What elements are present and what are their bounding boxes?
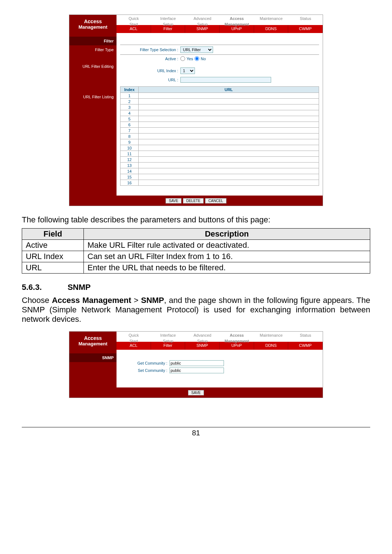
- get-community-input[interactable]: [170, 360, 224, 366]
- table-row: 14: [121, 168, 319, 174]
- sub-nav-item[interactable]: UPnP: [220, 25, 254, 33]
- field-header: Field: [22, 229, 84, 240]
- top-nav-item[interactable]: InterfaceSetup: [151, 332, 185, 342]
- sub-nav-item[interactable]: CWMP: [288, 25, 323, 33]
- page-number: 81: [22, 427, 370, 437]
- bottom-bar-2: SAVE: [69, 387, 323, 398]
- table-row: 3: [121, 104, 319, 110]
- url-filter-listing-label: URL Filter Listing: [69, 93, 117, 101]
- sub-nav-item[interactable]: CWMP: [288, 342, 323, 350]
- top-nav-item[interactable]: InterfaceSetup: [151, 15, 185, 25]
- intro-text: The following table describes the parame…: [22, 215, 370, 225]
- cancel-button[interactable]: CANCEL: [205, 198, 226, 204]
- left-column: Filter Filter Type URL Filter Editing UR…: [69, 37, 117, 196]
- top-nav-item[interactable]: AdvancedSetup: [185, 332, 220, 342]
- sub-nav-item[interactable]: ACL: [117, 342, 151, 350]
- set-community-label: Set Community :: [131, 368, 167, 373]
- sidebar-title-2: Access Management: [69, 332, 117, 350]
- filter-type-label: Filter Type: [69, 45, 117, 54]
- sidebar-title-line1: Access: [71, 19, 115, 24]
- top-nav-item[interactable]: Maintenance: [254, 332, 289, 342]
- top-nav-2: QuickStartInterfaceSetupAdvancedSetupAcc…: [117, 332, 323, 342]
- top-nav-item[interactable]: Status: [288, 332, 323, 342]
- sub-nav-item[interactable]: DDNS: [254, 25, 289, 33]
- table-row: ActiveMake URL Filter rule activated or …: [22, 240, 370, 251]
- sub-nav-item[interactable]: ACL: [117, 25, 151, 33]
- section-heading: 5.6.3. SNMP: [22, 283, 370, 292]
- top-nav-item[interactable]: QuickStart: [117, 15, 151, 25]
- url-label: URL :: [135, 78, 178, 82]
- sub-nav-item[interactable]: Filter: [151, 342, 185, 350]
- sidebar-title2-line1: Access: [71, 335, 115, 341]
- table-row: 16: [121, 180, 319, 186]
- description-header: Description: [84, 229, 370, 240]
- url-index-label: URL Index :: [135, 69, 178, 73]
- table-row: 13: [121, 163, 319, 168]
- url-listing-table: Index URL 12345678910111213141516: [120, 86, 319, 186]
- top-nav: QuickStartInterfaceSetupAdvancedSetupAcc…: [117, 15, 323, 25]
- active-no-radio[interactable]: [195, 56, 199, 61]
- table-row: 1: [121, 93, 319, 99]
- get-community-label: Get Community :: [131, 361, 167, 365]
- sidebar-title-line2: Management: [71, 24, 115, 30]
- top-nav-item[interactable]: AccessManagement: [220, 332, 254, 342]
- sub-nav-2: ACLFilterSNMPUPnPDDNSCWMP: [117, 342, 323, 350]
- table-row: URLEnter the URL that needs to be filter…: [22, 262, 370, 274]
- sub-nav-item[interactable]: DDNS: [254, 342, 289, 350]
- top-nav-item[interactable]: AdvancedSetup: [185, 15, 220, 25]
- table-row: 7: [121, 128, 319, 134]
- sidebar-title: Access Management: [69, 15, 117, 33]
- section-paragraph: Choose Access Management > SNMP, and the…: [22, 296, 370, 324]
- filter-type-selection-label: Filter Type Selection :: [135, 48, 178, 52]
- sub-nav-item[interactable]: Filter: [151, 25, 185, 33]
- bottom-bar: SAVE DELETE CANCEL: [69, 196, 323, 206]
- table-row: 8: [121, 134, 319, 139]
- active-yes-text: Yes: [187, 57, 193, 61]
- sub-nav-item[interactable]: UPnP: [220, 342, 254, 350]
- table-row: 2: [121, 99, 319, 104]
- delete-button[interactable]: DELETE: [183, 198, 204, 204]
- table-row: 11: [121, 151, 319, 157]
- save-button-2[interactable]: SAVE: [188, 390, 204, 395]
- index-header: Index: [121, 87, 139, 93]
- table-row: 5: [121, 116, 319, 122]
- set-community-input[interactable]: [170, 368, 224, 373]
- table-row: 12: [121, 157, 319, 163]
- active-label: Active :: [135, 57, 178, 61]
- url-input[interactable]: [180, 77, 271, 83]
- table-row: 9: [121, 139, 319, 145]
- sub-nav-item[interactable]: SNMP: [185, 342, 220, 350]
- save-button[interactable]: SAVE: [166, 198, 181, 204]
- left-column-2: SNMP: [69, 353, 117, 387]
- table-row: 6: [121, 122, 319, 128]
- section-number: 5.6.3.: [22, 283, 65, 292]
- top-nav-item[interactable]: AccessManagement: [220, 15, 254, 25]
- parameter-table: Field Description ActiveMake URL Filter …: [22, 228, 370, 274]
- top-nav-item[interactable]: Status: [288, 15, 323, 25]
- url-index-select[interactable]: 1: [180, 67, 195, 74]
- active-yes-radio[interactable]: [180, 56, 185, 61]
- table-row: 4: [121, 110, 319, 116]
- active-no-text: No: [201, 57, 206, 61]
- url-filter-screenshot: Access Management QuickStartInterfaceSet…: [69, 15, 323, 206]
- snmp-section-label: SNMP: [69, 353, 117, 362]
- filter-section-label: Filter: [69, 37, 117, 45]
- table-row: URL IndexCan set an URL Filter Index fro…: [22, 251, 370, 262]
- sub-nav: ACLFilterSNMPUPnPDDNSCWMP: [117, 25, 323, 33]
- filter-type-select[interactable]: URL Filter: [180, 46, 213, 53]
- url-filter-editing-label: URL Filter Editing: [69, 62, 117, 71]
- section-title: SNMP: [68, 283, 91, 292]
- sidebar-title2-line2: Management: [71, 341, 115, 346]
- snmp-screenshot: Access Management QuickStartInterfaceSet…: [69, 331, 323, 398]
- top-nav-item[interactable]: QuickStart: [117, 332, 151, 342]
- sub-nav-item[interactable]: SNMP: [185, 25, 220, 33]
- url-header: URL: [139, 87, 319, 93]
- table-row: 15: [121, 174, 319, 180]
- top-nav-item[interactable]: Maintenance: [254, 15, 289, 25]
- table-row: 10: [121, 145, 319, 151]
